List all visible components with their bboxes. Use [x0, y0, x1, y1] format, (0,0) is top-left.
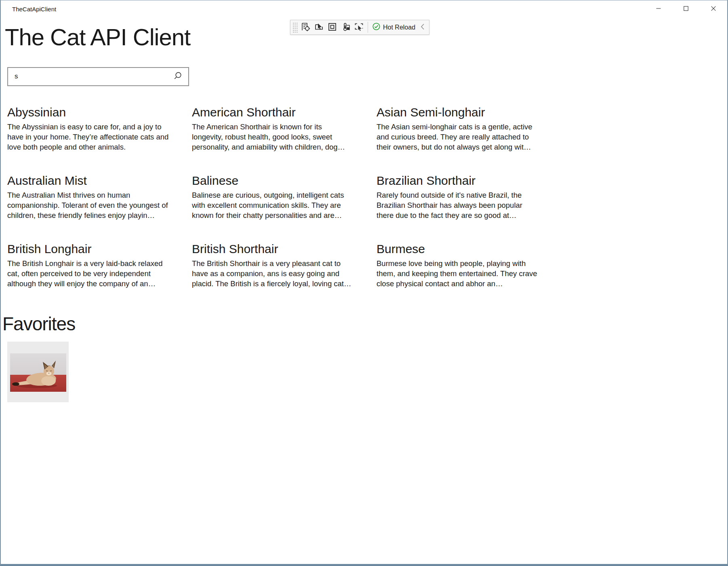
breed-card-abyssinian[interactable]: Abyssinian The Abyssinian is easy to car…: [7, 104, 185, 152]
breed-name: Australian Mist: [7, 172, 185, 189]
breed-card-burmese[interactable]: Burmese Burmese love being with people, …: [377, 241, 554, 289]
breed-name: Asian Semi-longhair: [377, 104, 554, 121]
titlebar: TheCatApiClient: [1, 0, 727, 18]
maximize-button[interactable]: [672, 0, 700, 17]
window-title: TheCatApiClient: [1, 0, 56, 13]
minimize-icon: [656, 6, 661, 12]
toolbar-grip-handle[interactable]: [292, 22, 298, 33]
magnifier-icon: [173, 72, 182, 81]
close-button[interactable]: [700, 0, 727, 17]
breed-card-american-shorthair[interactable]: American Shorthair The American Shorthai…: [192, 104, 370, 152]
maximize-icon: [684, 6, 688, 12]
green-check-circle-icon: [372, 23, 380, 32]
breed-card-balinese[interactable]: Balinese Balinese are curious, outgoing,…: [192, 172, 370, 220]
enable-selection-icon: [314, 22, 324, 33]
breed-card-british-shorthair[interactable]: British Shorthair The British Shorthair …: [192, 241, 370, 289]
search-input[interactable]: [14, 72, 170, 81]
breed-description: Balinese are curious, outgoing, intellig…: [192, 190, 353, 220]
caption-buttons: [645, 0, 727, 17]
breed-card-british-longhair[interactable]: British Longhair The British Longhair is…: [7, 241, 185, 289]
minimize-button[interactable]: [645, 0, 672, 17]
vs-debug-toolbar: Hot Reload: [290, 20, 429, 35]
breed-description: The Abyssinian is easy to care for, and …: [7, 122, 169, 152]
favorites-title: Favorites: [2, 313, 727, 335]
live-visual-tree-button[interactable]: [299, 21, 312, 34]
toolbar-collapse-button[interactable]: [418, 21, 427, 34]
breed-description: The British Shorthair is a very pleasant…: [192, 258, 353, 289]
toolbar-separator: [368, 22, 368, 33]
breed-card-australian-mist[interactable]: Australian Mist The Australian Mist thri…: [7, 172, 185, 220]
breed-description: The Australian Mist thrives on human com…: [7, 190, 169, 220]
layout-adorners-button[interactable]: [326, 21, 339, 34]
element-under-cursor-button[interactable]: [352, 21, 366, 34]
breed-name: British Shorthair: [192, 241, 370, 258]
search-button[interactable]: [170, 70, 184, 83]
enable-selection-button[interactable]: [312, 21, 326, 34]
element-under-cursor-icon: [354, 22, 364, 33]
favorite-item[interactable]: [7, 342, 69, 402]
breed-description: The Asian semi-longhair cats is a gentle…: [377, 122, 538, 152]
breed-card-brazilian-shorthair[interactable]: Brazilian Shorthair Rarely found outside…: [377, 172, 554, 220]
breed-name: Abyssinian: [7, 104, 185, 121]
breed-description: Rarely found outside of it's native Braz…: [377, 190, 538, 220]
track-focused-element-button[interactable]: [339, 21, 352, 34]
search-box: [7, 67, 189, 86]
abyssinian-cat-photo: [10, 353, 66, 392]
main-content: The Cat API Client Abyssinian The Abyssi…: [1, 23, 727, 402]
breed-description: Burmese love being with people, playing …: [377, 258, 538, 289]
breed-name: British Longhair: [7, 241, 185, 258]
hot-reload-button[interactable]: Hot Reload: [370, 21, 418, 34]
breed-name: American Shorthair: [192, 104, 370, 121]
breed-name: Brazilian Shorthair: [377, 172, 554, 189]
breed-description: The British Longhair is a very laid-back…: [7, 258, 169, 289]
live-visual-tree-icon: [301, 22, 310, 33]
close-icon: [711, 6, 716, 12]
layout-adorners-icon: [328, 22, 337, 33]
breed-description: The American Shorthair is known for its …: [192, 122, 353, 152]
breed-results-grid: Abyssinian The Abyssinian is easy to car…: [7, 104, 727, 289]
hot-reload-label: Hot Reload: [383, 24, 415, 31]
breed-name: Balinese: [192, 172, 370, 189]
chevron-left-icon: [421, 23, 425, 31]
track-focused-element-icon: [341, 22, 350, 33]
breed-name: Burmese: [377, 241, 554, 258]
breed-card-asian-semi-longhair[interactable]: Asian Semi-longhair The Asian semi-longh…: [377, 104, 554, 152]
